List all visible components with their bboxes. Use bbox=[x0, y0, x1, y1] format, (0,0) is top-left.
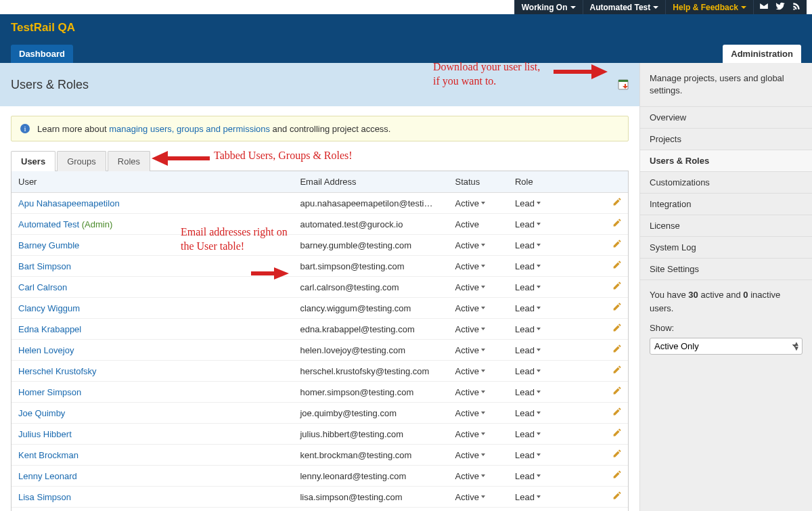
email-cell: clancy.wiggum@testing.com bbox=[293, 298, 448, 319]
user-link[interactable]: Barney Gumble bbox=[18, 240, 79, 250]
status-dropdown[interactable]: Active bbox=[455, 366, 485, 376]
info-text: Learn more about managing users, groups … bbox=[37, 124, 390, 134]
caret-down-icon bbox=[481, 328, 485, 330]
table-row: Bart Simpsonbart.simpson@testing.comActi… bbox=[12, 256, 628, 277]
active-count: 30 bbox=[688, 290, 698, 300]
edit-icon[interactable] bbox=[612, 219, 621, 227]
caret-down-icon bbox=[537, 412, 541, 414]
filter-select[interactable]: Active Only bbox=[650, 338, 803, 355]
sidenav-item[interactable]: Customizations bbox=[640, 172, 812, 194]
user-link[interactable]: Kent Brockman bbox=[18, 450, 78, 460]
edit-icon[interactable] bbox=[612, 407, 621, 416]
edit-icon[interactable] bbox=[612, 240, 621, 248]
status-dropdown[interactable]: Active bbox=[455, 324, 485, 334]
user-link[interactable]: Carl Calrson bbox=[18, 282, 67, 292]
edit-icon[interactable] bbox=[612, 470, 621, 479]
sidebar-summary: You have 30 active and 0 inactive users.… bbox=[640, 280, 812, 363]
edit-icon[interactable] bbox=[612, 491, 621, 500]
mail-icon[interactable] bbox=[759, 1, 769, 13]
status-dropdown[interactable]: Active bbox=[455, 240, 485, 250]
sidenav-item[interactable]: Site Settings bbox=[640, 259, 812, 280]
role-dropdown[interactable]: Lead bbox=[515, 387, 541, 397]
sidenav-item[interactable]: License bbox=[640, 215, 812, 237]
role-dropdown[interactable]: Lead bbox=[515, 261, 541, 271]
role-dropdown[interactable]: Lead bbox=[515, 324, 541, 334]
role-dropdown[interactable]: Lead bbox=[515, 303, 541, 313]
status-dropdown[interactable]: Active bbox=[455, 345, 485, 355]
status-dropdown[interactable]: Active bbox=[455, 450, 485, 460]
top-icons bbox=[753, 0, 807, 14]
edit-icon[interactable] bbox=[612, 345, 621, 353]
user-link[interactable]: Bart Simpson bbox=[18, 261, 71, 271]
edit-icon[interactable] bbox=[612, 198, 621, 206]
user-link[interactable]: Automated Test bbox=[18, 219, 79, 229]
subtab-groups[interactable]: Groups bbox=[57, 151, 106, 171]
caret-down-icon bbox=[481, 265, 485, 267]
role-dropdown[interactable]: Lead bbox=[515, 240, 541, 250]
role-dropdown[interactable]: Lead bbox=[515, 408, 541, 418]
subtab-users[interactable]: Users bbox=[11, 151, 55, 171]
sidenav-item[interactable]: Overview bbox=[640, 106, 812, 129]
role-dropdown[interactable]: Lead bbox=[515, 345, 541, 355]
help-menu[interactable]: Help & Feedback bbox=[665, 0, 753, 14]
edit-icon[interactable] bbox=[612, 324, 621, 332]
status-dropdown[interactable]: Active bbox=[455, 408, 485, 418]
status-dropdown[interactable]: Active bbox=[455, 492, 485, 502]
sidenav-item[interactable]: System Log bbox=[640, 237, 812, 259]
sidenav-item[interactable]: Users & Roles bbox=[640, 150, 812, 172]
status-dropdown[interactable]: Active bbox=[455, 303, 485, 313]
user-link[interactable]: Herschel Krustofsky bbox=[18, 366, 97, 376]
role-dropdown[interactable]: Lead bbox=[515, 429, 541, 439]
user-link[interactable]: Joe Quimby bbox=[18, 408, 65, 418]
edit-icon[interactable] bbox=[612, 386, 621, 395]
twitter-icon[interactable] bbox=[775, 1, 785, 13]
edit-icon[interactable] bbox=[612, 282, 621, 290]
sidenav-item[interactable]: Integration bbox=[640, 194, 812, 215]
caret-down-icon bbox=[537, 307, 541, 309]
subtab-roles[interactable]: Roles bbox=[108, 151, 150, 171]
role-dropdown[interactable]: Lead bbox=[515, 492, 541, 502]
table-row: Joe Quimbyjoe.quimby@testing.comActiveLe… bbox=[12, 403, 628, 424]
user-link[interactable]: Homer Simpson bbox=[18, 387, 81, 397]
edit-icon[interactable] bbox=[612, 261, 621, 269]
role-dropdown[interactable]: Lead bbox=[515, 282, 541, 292]
table-row: Kent Brockmankent.brockman@testing.comAc… bbox=[12, 445, 628, 466]
status-dropdown[interactable]: Active bbox=[455, 282, 485, 292]
user-menu[interactable]: Automated Test bbox=[583, 0, 666, 14]
user-link[interactable]: Julius Hibbert bbox=[18, 429, 72, 439]
table-row: Carl Calrsoncarl.calrson@testing.comActi… bbox=[12, 277, 628, 298]
edit-icon[interactable] bbox=[612, 365, 621, 374]
edit-icon[interactable] bbox=[612, 303, 621, 311]
sidenav-item[interactable]: Projects bbox=[640, 129, 812, 150]
working-on-menu[interactable]: Working On bbox=[514, 0, 583, 14]
user-link[interactable]: Lenny Leonard bbox=[18, 471, 77, 481]
table-header-row: User Email Address Status Role bbox=[12, 171, 628, 193]
status-dropdown[interactable]: Active bbox=[455, 261, 485, 271]
user-link[interactable]: Apu Nahasapeemapetilon bbox=[18, 198, 120, 208]
user-link[interactable]: Edna Krabappel bbox=[18, 324, 81, 334]
status-dropdown[interactable]: Active bbox=[455, 429, 485, 439]
role-dropdown[interactable]: Lead bbox=[515, 471, 541, 481]
edit-icon[interactable] bbox=[612, 428, 621, 437]
email-cell: edna.krabappel@testing.com bbox=[293, 319, 448, 340]
status-dropdown[interactable]: Active bbox=[455, 387, 485, 397]
user-link[interactable]: Lisa Simpson bbox=[18, 492, 71, 502]
role-dropdown[interactable]: Lead bbox=[515, 198, 541, 208]
rss-icon[interactable] bbox=[792, 1, 801, 13]
edit-icon[interactable] bbox=[612, 449, 621, 458]
caret-down-icon bbox=[537, 202, 541, 204]
status-dropdown[interactable]: Active bbox=[455, 471, 485, 481]
role-dropdown[interactable]: Lead bbox=[515, 219, 541, 229]
role-dropdown[interactable]: Lead bbox=[515, 450, 541, 460]
user-link[interactable]: Clancy Wiggum bbox=[18, 303, 80, 313]
tab-administration[interactable]: Administration bbox=[723, 45, 801, 63]
role-dropdown[interactable]: Lead bbox=[515, 366, 541, 376]
tab-dashboard[interactable]: Dashboard bbox=[11, 45, 73, 63]
table-row: Edna Krabappeledna.krabappel@testing.com… bbox=[12, 319, 628, 340]
user-link[interactable]: Helen Lovejoy bbox=[18, 345, 74, 355]
caret-down-icon bbox=[537, 265, 541, 267]
status-dropdown[interactable]: Active bbox=[455, 198, 485, 208]
info-link[interactable]: managing users, groups and permissions bbox=[109, 124, 270, 134]
email-cell: bart.simpson@testing.com bbox=[293, 256, 448, 277]
download-csv-icon[interactable] bbox=[618, 79, 629, 90]
